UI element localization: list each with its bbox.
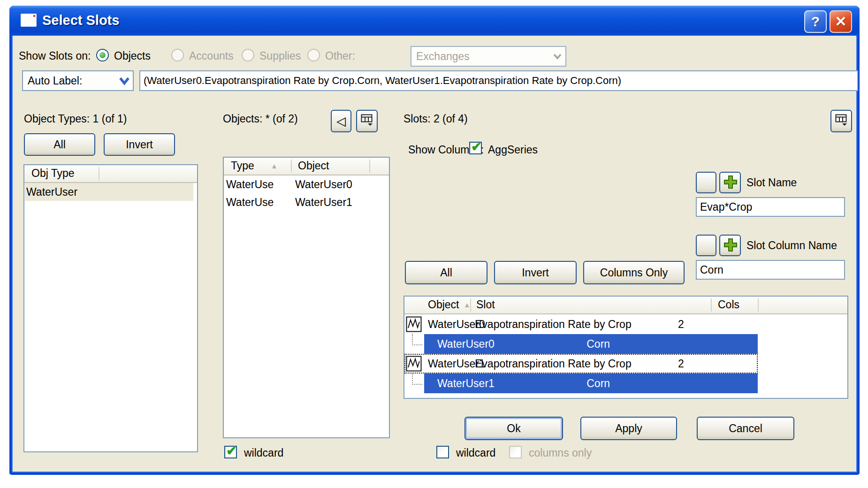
table-row[interactable]: WaterUser1 Corn — [404, 374, 758, 393]
auto-label-dropdown[interactable]: Auto Label: — [22, 70, 134, 91]
exchanges-dropdown: Exchanges — [411, 46, 566, 67]
chevron-down-icon — [552, 51, 563, 64]
check-icon: ✔ — [226, 443, 237, 458]
ok-button[interactable]: Ok — [464, 417, 563, 440]
radio-accounts — [171, 49, 184, 61]
slot-name-add-button[interactable] — [719, 172, 741, 193]
slots-invert-button[interactable]: Invert — [494, 261, 577, 284]
object-types-list: Obj Type WaterUser — [23, 164, 198, 452]
titlebar[interactable]: Select Slots ? ✕ — [9, 6, 860, 36]
object-types-title: Object Types: 1 (of 1) — [24, 113, 127, 125]
auto-label-field[interactable] — [139, 70, 858, 91]
tree-connector — [412, 373, 422, 385]
list-item[interactable]: WaterUse WaterUser1 — [224, 193, 389, 211]
radio-supplies-label: Supplies — [259, 49, 301, 63]
slot-name-clear-button[interactable] — [696, 172, 716, 193]
table-row[interactable]: WaterUser0 Evapotranspiration Rate by Cr… — [404, 314, 758, 334]
radio-objects[interactable] — [96, 49, 109, 61]
agg-series-label[interactable]: AggSeries — [488, 143, 538, 157]
radio-other — [307, 49, 320, 61]
slots-columns-menu-button[interactable] — [830, 110, 852, 132]
close-icon: ✕ — [835, 14, 846, 29]
slot-name-label: Slot Name — [746, 175, 797, 190]
objects-title: Objects: * (of 2) — [223, 113, 298, 125]
slots-title: Slots: 2 (of 4) — [404, 113, 468, 125]
chevron-down-icon — [118, 76, 130, 90]
select-slots-dialog: Select Slots ? ✕ Show Slots on: Objects … — [9, 6, 860, 475]
show-slots-on-label: Show Slots on: — [19, 49, 91, 63]
slot-column-add-button[interactable] — [719, 235, 741, 256]
columns-only-button[interactable]: Columns Only — [583, 261, 685, 284]
triangle-left-icon: ◁ — [336, 114, 346, 128]
close-button[interactable]: ✕ — [830, 10, 852, 33]
plus-icon — [723, 180, 738, 192]
plus-icon — [723, 243, 738, 255]
help-icon: ? — [811, 14, 820, 29]
table-row[interactable]: WaterUser0 Corn — [404, 334, 758, 354]
slot-column-clear-button[interactable] — [696, 235, 716, 256]
sort-ascending-icon: ▲ — [271, 162, 278, 170]
objects-wildcard-checkbox[interactable]: ✔ — [224, 446, 237, 458]
list-item[interactable]: WaterUse WaterUser0 — [224, 175, 389, 193]
objects-wildcard-label[interactable]: wildcard — [244, 446, 283, 460]
agg-series-checkbox[interactable]: ✔ — [469, 142, 482, 154]
objects-header[interactable]: Type ▲ Object — [224, 158, 389, 175]
window-title: Select Slots — [42, 6, 119, 35]
table-columns-icon — [834, 116, 848, 129]
objects-columns-menu-button[interactable] — [356, 110, 378, 132]
radio-objects-label[interactable]: Objects — [114, 49, 151, 63]
window-icon — [21, 14, 37, 27]
slots-table: Object ▲ Slot Cols WaterUser0 Evapotrans… — [404, 296, 848, 399]
columns-only-checkbox — [509, 446, 522, 458]
object-types-invert-button[interactable]: Invert — [104, 133, 175, 156]
slot-column-name-label: Slot Column Name — [746, 238, 837, 252]
help-button[interactable]: ? — [804, 10, 827, 33]
slot-name-field[interactable] — [696, 197, 845, 217]
nav-previous-button[interactable]: ◁ — [331, 110, 351, 132]
columns-only-label: columns only — [529, 446, 592, 460]
object-types-all-button[interactable]: All — [24, 133, 95, 156]
object-types-header[interactable]: Obj Type — [24, 165, 197, 183]
table-row[interactable]: WaterUser1 Evapotranspiration Rate by Cr… — [404, 354, 758, 374]
check-icon: ✔ — [471, 139, 482, 154]
apply-button[interactable]: Apply — [580, 417, 677, 440]
sort-ascending-icon: ▲ — [464, 301, 471, 309]
slots-wildcard-label[interactable]: wildcard — [456, 446, 495, 460]
radio-other-label: Other: — [325, 49, 355, 63]
slots-all-button[interactable]: All — [405, 261, 487, 284]
objects-list: Type ▲ Object WaterUse WaterUser0 WaterU… — [223, 157, 390, 438]
slots-wildcard-checkbox[interactable] — [436, 446, 449, 458]
slots-table-header[interactable]: Object ▲ Slot Cols — [404, 297, 847, 314]
table-columns-icon — [360, 116, 374, 129]
list-item[interactable]: WaterUser — [24, 183, 197, 201]
radio-supplies — [242, 49, 254, 61]
tree-connector — [412, 334, 422, 345]
cancel-button[interactable]: Cancel — [697, 417, 794, 440]
radio-accounts-label: Accounts — [189, 49, 234, 63]
slot-column-name-field[interactable] — [696, 260, 845, 280]
